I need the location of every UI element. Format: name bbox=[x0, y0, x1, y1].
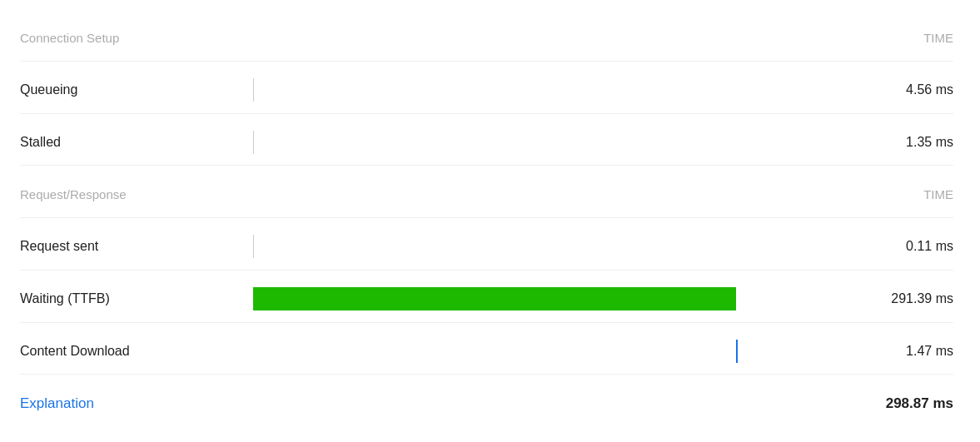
content-download-time: 1.47 ms bbox=[870, 344, 953, 359]
stalled-row: Stalled 1.35 ms bbox=[20, 119, 953, 166]
queueing-label: Queueing bbox=[20, 82, 253, 97]
connection-setup-label: Connection Setup bbox=[20, 31, 253, 45]
stalled-time: 1.35 ms bbox=[870, 135, 953, 150]
connection-setup-time-header: TIME bbox=[870, 31, 953, 45]
waiting-ttfb-time: 291.39 ms bbox=[870, 291, 953, 306]
total-time: 298.87 ms bbox=[870, 395, 953, 412]
request-response-timeline bbox=[253, 171, 870, 217]
content-download-timeline bbox=[253, 328, 870, 374]
connection-setup-timeline bbox=[253, 15, 870, 61]
queueing-row: Queueing 4.56 ms bbox=[20, 67, 953, 114]
request-sent-row: Request sent 0.11 ms bbox=[20, 224, 953, 271]
request-response-label: Request/Response bbox=[20, 187, 253, 201]
queueing-time: 4.56 ms bbox=[870, 82, 953, 97]
waiting-ttfb-label: Waiting (TTFB) bbox=[20, 291, 253, 306]
timing-panel: Connection Setup TIME Queueing 4.56 ms S… bbox=[0, 0, 980, 442]
connection-setup-header: Connection Setup TIME bbox=[20, 15, 953, 62]
content-download-label: Content Download bbox=[20, 344, 253, 359]
explanation-link[interactable]: Explanation bbox=[20, 395, 94, 412]
content-download-row: Content Download 1.47 ms bbox=[20, 328, 953, 375]
stalled-label: Stalled bbox=[20, 135, 253, 150]
content-download-tick bbox=[736, 340, 738, 363]
request-sent-label: Request sent bbox=[20, 239, 253, 254]
waiting-ttfb-row: Waiting (TTFB) 291.39 ms bbox=[20, 276, 953, 323]
queueing-tick bbox=[253, 78, 254, 102]
footer-row: Explanation 298.87 ms bbox=[20, 380, 953, 427]
request-response-header: Request/Response TIME bbox=[20, 171, 953, 218]
queueing-timeline bbox=[253, 67, 870, 113]
footer-timeline bbox=[94, 380, 870, 427]
request-sent-timeline bbox=[253, 224, 870, 270]
request-response-time-header: TIME bbox=[870, 187, 953, 201]
stalled-timeline bbox=[253, 119, 870, 165]
ttfb-bar bbox=[253, 287, 736, 310]
request-sent-time: 0.11 ms bbox=[870, 239, 953, 254]
waiting-ttfb-timeline bbox=[253, 276, 870, 322]
request-sent-tick bbox=[253, 235, 254, 258]
stalled-tick bbox=[253, 131, 254, 154]
